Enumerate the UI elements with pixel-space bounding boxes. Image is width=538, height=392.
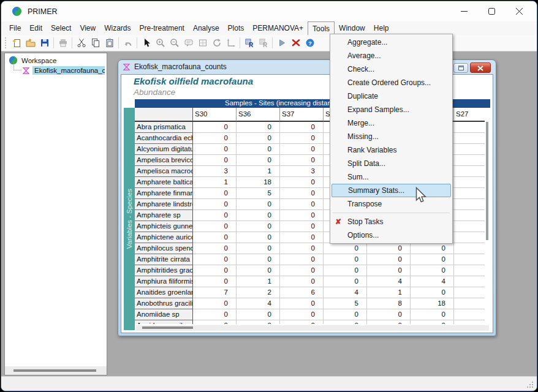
data-cell[interactable]: 0 [193,188,237,199]
data-cell[interactable]: 0 [193,320,237,324]
pointer-icon[interactable] [139,36,153,50]
data-cell[interactable]: 0 [193,232,237,243]
species-name-cell[interactable]: Ampelisca brevicornis [135,155,193,166]
data-cell[interactable] [454,221,485,232]
species-name-cell[interactable]: Ampharete finmarchica [135,188,193,199]
menu-item-expand-samples[interactable]: Expand Samples... [330,103,452,116]
data-cell[interactable]: 0 [237,309,280,320]
data-cell[interactable]: 0 [411,265,454,276]
species-name-cell[interactable]: Acanthocardia echinata [135,133,193,144]
menu-item-sum[interactable]: Sum... [330,170,452,184]
menu-item-options[interactable]: Options... [330,228,452,242]
menu-item-summary-stats[interactable]: Summary Stats... [332,184,451,197]
menu-item-merge[interactable]: Merge... [330,116,452,130]
data-cell[interactable]: 0 [193,199,237,210]
data-cell[interactable]: 0 [324,276,367,287]
data-cell[interactable]: 4 [237,298,280,309]
data-cell[interactable] [454,276,485,287]
menu-item-average[interactable]: Average... [330,49,452,62]
data-cell[interactable]: 0 [237,265,280,276]
menu-item-aggregate[interactable]: Aggregate... [330,36,452,49]
data-cell[interactable] [454,254,485,265]
data-cell[interactable]: 0 [324,254,367,265]
data-cell[interactable]: 0 [324,243,367,254]
data-cell[interactable]: 4 [324,287,367,298]
data-cell[interactable]: 0 [280,232,324,243]
species-name-cell[interactable]: Anobothrus gracilis [135,298,193,309]
data-cell[interactable]: 0 [411,287,454,298]
menu-permanova[interactable]: PERMANOVA+ [248,21,308,35]
save-icon[interactable] [37,36,51,50]
data-cell[interactable]: 0 [280,276,324,287]
menu-help[interactable]: Help [369,21,393,35]
copy-icon[interactable] [88,36,102,50]
data-cell[interactable]: 4 [367,276,411,287]
data-cell[interactable] [454,144,485,155]
data-cell[interactable]: 0 [237,232,280,243]
data-cell[interactable]: 0 [237,122,280,133]
data-cell[interactable]: 0 [367,265,411,276]
data-cell[interactable]: 0 [280,155,324,166]
data-cell[interactable]: 0 [280,320,324,324]
data-cell[interactable]: 0 [237,221,280,232]
data-cell[interactable]: 4 [411,276,454,287]
data-cell[interactable] [454,309,485,320]
data-cell[interactable]: 0 [280,265,324,276]
data-cell[interactable]: 0 [237,210,280,221]
species-name-cell[interactable]: Amphiura filiformis [135,276,193,287]
table-vertical-scrollbar[interactable] [486,122,488,240]
data-cell[interactable]: 0 [193,243,237,254]
data-cell[interactable]: 0 [367,320,411,324]
menu-tools[interactable]: Tools [308,21,335,35]
data-cell[interactable] [454,265,485,276]
species-name-cell[interactable]: Amphicteis gunneri [135,221,193,232]
data-cell[interactable]: 0 [193,210,237,221]
help-icon[interactable]: ? [303,36,317,50]
data-cell[interactable] [454,155,485,166]
data-cell[interactable] [454,320,485,324]
data-cell[interactable]: 0 [367,254,411,265]
menu-wizards[interactable]: Wizards [100,21,135,35]
menu-analyse[interactable]: Analyse [189,21,224,35]
data-cell[interactable] [454,243,485,254]
data-cell[interactable] [454,188,485,199]
minimize-button[interactable] [450,1,478,21]
data-cell[interactable]: 0 [367,309,411,320]
menu-item-create-ordered-groups[interactable]: Create Ordered Groups... [330,76,452,89]
data-cell[interactable]: 0 [280,309,324,320]
data-cell[interactable] [454,122,485,133]
data-cell[interactable]: 0 [324,309,367,320]
data-cell[interactable]: 18 [411,298,454,309]
data-cell[interactable]: 0 [193,144,237,155]
menu-edit[interactable]: Edit [25,21,47,35]
menu-plots[interactable]: Plots [224,21,249,35]
data-cell[interactable]: 0 [193,309,237,320]
data-cell[interactable]: 0 [280,254,324,265]
data-cell[interactable]: 0 [280,177,324,188]
data-cell[interactable]: 0 [411,243,454,254]
zoom-in-icon[interactable] [153,36,167,50]
data-cell[interactable]: 1 [237,276,280,287]
data-cell[interactable]: 3 [280,166,324,177]
column-header[interactable]: S36 [237,108,280,122]
data-cell[interactable] [454,298,485,309]
maximize-button[interactable] [478,1,506,21]
stop-tasks-icon[interactable] [289,36,303,50]
workspace-scrollbar-thumb[interactable] [13,369,96,372]
data-cell[interactable]: 1 [193,177,237,188]
species-name-cell[interactable]: Ampharete baltica [135,177,193,188]
species-name-cell[interactable]: Aonides paucibranchiata [135,320,193,324]
data-cell[interactable]: 0 [280,122,324,133]
data-cell[interactable] [454,287,485,298]
close-document-button[interactable] [470,62,491,73]
rotate-icon[interactable] [210,36,224,50]
data-cell[interactable]: 0 [193,254,237,265]
data-cell[interactable]: 2 [237,287,280,298]
data-cell[interactable]: 6 [280,287,324,298]
menu-window[interactable]: Window [335,21,369,35]
thumbnail-icon[interactable] [195,36,210,50]
data-cell[interactable]: 0 [193,221,237,232]
species-name-cell[interactable]: Amphilocus spencebatei [135,243,193,254]
data-cell[interactable]: 0 [280,210,324,221]
data-cell[interactable]: 0 [237,320,280,324]
